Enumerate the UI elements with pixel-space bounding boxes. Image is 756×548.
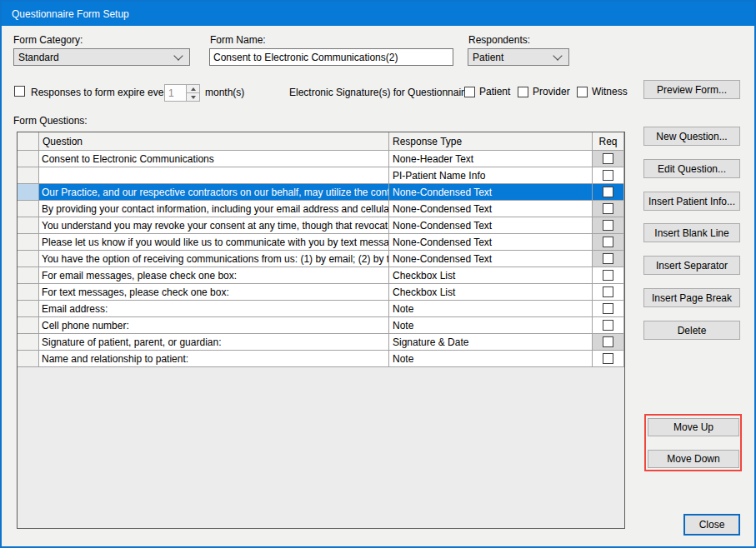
question-cell[interactable]: Please let us know if you would like us … (39, 234, 389, 251)
esignature-label: Electronic Signature(s) for Questionnair… (289, 87, 473, 98)
new-question-button[interactable]: New Question... (643, 127, 740, 146)
form-name-input[interactable] (209, 48, 453, 66)
insert-separator-button[interactable]: Insert Separator (643, 256, 740, 275)
question-cell[interactable]: Signature of patient, parent, or guardia… (39, 334, 389, 351)
response-type-cell[interactable]: Checkbox List (389, 284, 593, 301)
row-selector[interactable] (18, 151, 39, 167)
column-header-req[interactable]: Req (593, 132, 624, 151)
response-type-cell[interactable]: None-Condensed Text (389, 217, 593, 234)
req-checkbox[interactable] (603, 237, 613, 247)
table-row[interactable]: You understand you may revoke your conse… (18, 217, 624, 234)
req-checkbox[interactable] (603, 153, 613, 164)
delete-button[interactable]: Delete (643, 321, 740, 340)
esig-provider-label: Provider (533, 86, 570, 97)
table-row[interactable]: For email messages, please check one box… (18, 267, 624, 284)
esig-patient-checkbox[interactable] (464, 87, 475, 97)
row-selector[interactable] (18, 267, 39, 284)
form-category-select[interactable]: Standard (13, 48, 190, 66)
response-type-cell[interactable]: None-Condensed Text (389, 251, 593, 267)
response-type-cell[interactable]: Note (389, 351, 593, 367)
question-cell[interactable] (39, 167, 389, 184)
esig-patient-option[interactable]: Patient (464, 86, 510, 97)
esig-provider-option[interactable]: Provider (518, 86, 570, 97)
table-row[interactable]: Email address:Note (18, 301, 624, 317)
respondents-select[interactable]: Patient (468, 48, 569, 66)
row-selector[interactable] (18, 351, 39, 367)
column-header-question[interactable]: Question (39, 132, 389, 151)
move-down-button[interactable]: Move Down (648, 450, 739, 468)
row-selector[interactable] (18, 251, 39, 267)
response-type-cell[interactable]: PI-Patient Name Info (389, 167, 593, 184)
question-cell[interactable]: Consent to Electronic Communications (39, 151, 389, 167)
titlebar[interactable]: Questionnaire Form Setup (2, 2, 754, 26)
question-cell[interactable]: By providing your contact information, i… (39, 201, 389, 217)
response-type-cell[interactable]: Note (389, 317, 593, 334)
req-checkbox[interactable] (603, 336, 613, 347)
response-type-cell[interactable]: None-Condensed Text (389, 234, 593, 251)
table-row[interactable]: Our Practice, and our respective contrac… (18, 184, 624, 201)
table-row[interactable]: You have the option of receiving communi… (18, 251, 624, 267)
req-cell (593, 334, 624, 351)
question-cell[interactable]: Email address: (39, 301, 389, 317)
table-row[interactable]: Cell phone number:Note (18, 317, 624, 334)
req-checkbox[interactable] (603, 353, 613, 364)
response-type-cell[interactable]: None-Condensed Text (389, 201, 593, 217)
row-selector[interactable] (18, 167, 39, 184)
table-row[interactable]: Signature of patient, parent, or guardia… (18, 334, 624, 351)
expire-label: Responses to form expire every (31, 87, 172, 98)
question-cell[interactable]: Cell phone number: (39, 317, 389, 334)
table-row[interactable]: PI-Patient Name Info (18, 167, 624, 184)
response-type-cell[interactable]: None-Condensed Text (389, 184, 593, 201)
response-type-cell[interactable]: Note (389, 301, 593, 317)
row-selector[interactable] (18, 334, 39, 351)
req-cell (593, 284, 624, 301)
expire-months-stepper[interactable]: 1 (164, 84, 200, 102)
req-checkbox[interactable] (603, 170, 613, 181)
table-row[interactable]: Please let us know if you would like us … (18, 234, 624, 251)
question-cell[interactable]: You understand you may revoke your conse… (39, 217, 389, 234)
row-selector[interactable] (18, 201, 39, 217)
expire-checkbox[interactable] (14, 86, 25, 97)
row-selector[interactable] (18, 301, 39, 317)
row-selector[interactable] (18, 217, 39, 234)
row-selector[interactable] (18, 184, 39, 201)
table-row[interactable]: For text messages, please check one box:… (18, 284, 624, 301)
table-row[interactable]: By providing your contact information, i… (18, 201, 624, 217)
insert-blank-line-button[interactable]: Insert Blank Line (643, 223, 740, 242)
question-cell[interactable]: For email messages, please check one box… (39, 267, 389, 284)
row-selector[interactable] (18, 234, 39, 251)
table-row[interactable]: Name and relationship to patient:Note (18, 351, 624, 367)
esig-witness-option[interactable]: Witness (577, 86, 628, 97)
edit-question-button[interactable]: Edit Question... (643, 159, 740, 178)
response-type-cell[interactable]: None-Header Text (389, 151, 593, 167)
table-row[interactable]: Consent to Electronic CommunicationsNone… (18, 151, 624, 167)
question-cell[interactable]: Name and relationship to patient: (39, 351, 389, 367)
esig-witness-checkbox[interactable] (577, 87, 588, 97)
preview-form-button[interactable]: Preview Form... (643, 80, 740, 99)
req-checkbox[interactable] (603, 203, 613, 214)
move-up-button[interactable]: Move Up (648, 418, 739, 436)
question-cell[interactable]: You have the option of receiving communi… (39, 251, 389, 267)
column-header-response-type[interactable]: Response Type (389, 132, 593, 151)
stepper-down-button[interactable] (187, 93, 199, 101)
stepper-up-button[interactable] (187, 85, 199, 93)
req-checkbox[interactable] (603, 286, 613, 297)
response-type-cell[interactable]: Signature & Date (389, 334, 593, 351)
insert-patient-info-button[interactable]: Insert Patient Info... (643, 192, 740, 211)
response-type-cell[interactable]: Checkbox List (389, 267, 593, 284)
req-checkbox[interactable] (603, 320, 613, 331)
req-cell (593, 184, 624, 201)
close-button[interactable]: Close (683, 514, 740, 536)
req-checkbox[interactable] (603, 270, 613, 281)
row-selector[interactable] (18, 317, 39, 334)
question-cell[interactable]: For text messages, please check one box: (39, 284, 389, 301)
req-checkbox[interactable] (603, 187, 613, 197)
question-cell[interactable]: Our Practice, and our respective contrac… (39, 184, 389, 201)
chevron-down-icon (173, 51, 183, 60)
row-selector[interactable] (18, 284, 39, 301)
req-checkbox[interactable] (603, 220, 613, 231)
req-checkbox[interactable] (603, 303, 613, 314)
esig-provider-checkbox[interactable] (518, 87, 528, 97)
insert-page-break-button[interactable]: Insert Page Break (643, 288, 740, 307)
req-checkbox[interactable] (603, 253, 613, 264)
